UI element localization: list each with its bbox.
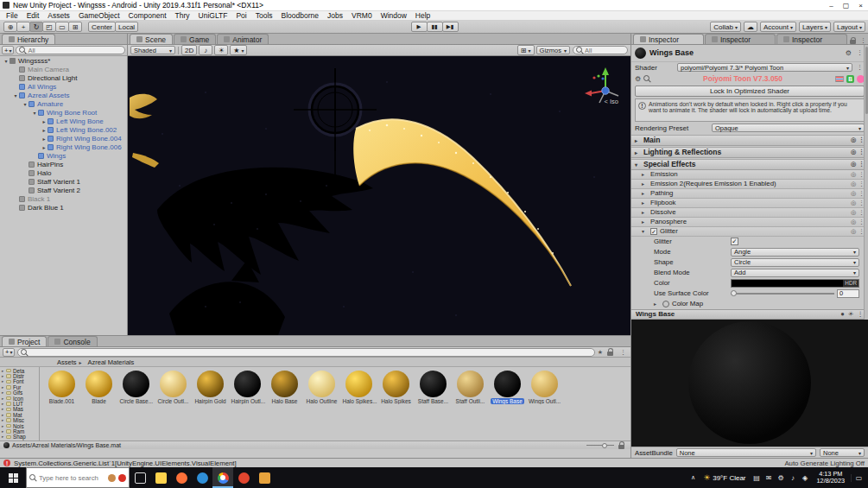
section-checkbox[interactable]: ✓ [650,228,657,235]
console-message[interactable]: System.Collections.Generic.List`1[UnityE… [14,459,781,467]
foldout-arrow-icon[interactable]: ▾ [3,58,10,64]
slider-handle[interactable] [602,443,607,448]
chrome-icon[interactable] [212,467,233,488]
shader-subsection-header[interactable]: ▾ ✓ Glitter ◎⋮ [631,227,868,237]
menu-item[interactable]: VRM0 [347,11,377,20]
hierarchy-item[interactable]: HairPins [0,160,127,168]
asset-item[interactable]: Blade.001 [43,371,80,404]
tab-hierarchy[interactable]: Hierarchy [2,34,55,44]
foldout-arrow-icon[interactable]: ▸ [41,127,48,133]
asset-item[interactable]: Circle Base... [117,371,155,404]
material-sphere-thumbnail[interactable] [234,371,261,397]
menu-item[interactable]: File [2,11,22,20]
menu-item[interactable]: Help [411,11,434,20]
asset-item[interactable]: Hairpin Gold [192,371,229,404]
hierarchy-item[interactable]: Main Camera [0,65,127,73]
search-icon[interactable] [643,75,650,82]
menu-item[interactable]: Component [124,11,171,20]
shader-dropdown[interactable]: poiyomi/Poiyomi 7.3/* Poiyomi Toon▾ [677,63,852,72]
shape-dropdown[interactable]: Circle▾ [731,258,859,267]
layers-button[interactable]: Layers▾ [799,22,831,32]
asset-item[interactable]: Staff Outli... [452,371,489,404]
project-search-input[interactable] [29,348,591,356]
volume-icon[interactable]: ♪ [788,474,799,482]
foldout-arrow-icon[interactable]: ▾ [22,101,29,107]
layout-button[interactable]: Layout▾ [833,22,865,32]
material-sphere-thumbnail[interactable] [345,371,372,397]
hierarchy-item[interactable]: ▾ Wingssss* [0,56,127,65]
cloud-button[interactable]: ☁ [744,22,757,32]
reset-icon[interactable]: ◎ [851,181,856,187]
menu-icon[interactable]: ⋮ [618,349,628,356]
foldout-arrow-icon[interactable]: ▸ [41,118,48,124]
lock-icon[interactable] [618,445,624,449]
gear-icon[interactable]: ⚙ [635,75,641,83]
reset-icon[interactable]: ◎ [851,149,856,155]
b-badge-icon[interactable]: B [846,75,854,83]
reset-icon[interactable]: ◎ [851,228,856,235]
preview-sphere-icon[interactable]: ● [840,310,845,318]
asset-item[interactable]: Wings Outl... [526,371,563,404]
hierarchy-item[interactable]: Dark Blue 1 [0,203,127,212]
glitter-checkbox[interactable]: ✓ [731,238,738,245]
reset-icon[interactable]: ◎ [851,161,856,168]
shading-mode-dropdown[interactable]: Shaded▾ [130,46,175,54]
menu-item[interactable]: Tools [251,11,277,20]
scene-lighting-toggle[interactable]: ☀ [214,45,228,55]
asset-item[interactable]: Hairpin Outl... [229,371,266,404]
asset-item[interactable]: Halo Spikes... [340,371,377,404]
project-search[interactable] [17,348,594,357]
menu-icon[interactable]: ⋮ [858,37,868,44]
menu-item[interactable]: Thry [171,11,194,20]
hierarchy-search-input[interactable] [28,47,122,54]
breadcrumb-current[interactable]: Azreal Materials [88,358,135,366]
hierarchy-item[interactable]: All Wings [0,82,127,91]
view-tab[interactable]: Game [174,34,216,44]
color-swatch[interactable] [732,280,843,287]
asset-item[interactable]: Halo Base [266,371,303,404]
assetbundle-variant-dropdown[interactable]: None▾ [820,448,865,457]
task-view-icon[interactable] [130,467,150,488]
material-sphere-thumbnail[interactable] [123,371,149,397]
hierarchy-item[interactable]: Staff Varient 2 [0,186,127,194]
notification-center-button[interactable]: ▭ [851,474,866,482]
scene-render[interactable] [128,56,630,335]
panel-tab[interactable]: Project [2,336,47,346]
settings-icon[interactable]: ⚙ [776,474,787,482]
transform-tool-icon[interactable]: ⊞ [68,22,82,32]
breadcrumb-root[interactable]: Assets [57,358,77,366]
menu-item[interactable]: Edit [22,11,44,20]
start-button[interactable] [0,467,26,488]
material-sphere-thumbnail[interactable] [308,371,335,397]
reset-icon[interactable]: ◎ [851,171,856,178]
rendering-preset-dropdown[interactable]: Opaque▾ [712,124,865,132]
scrollbar-thumb[interactable] [865,47,868,114]
foldout-arrow-icon[interactable]: ▸ [654,301,660,307]
surface-color-value[interactable]: 0 [837,289,859,298]
assetbundle-dropdown[interactable]: None▾ [676,448,816,457]
menu-icon[interactable]: ⋮ [858,310,865,318]
tab-inspector[interactable]: Inspector [705,34,776,44]
menu-item[interactable]: Window [377,11,411,20]
asset-item[interactable]: Wings Base [489,371,526,404]
shader-section-header[interactable]: ▸ Main ◎⋮ [631,135,868,146]
lock-icon[interactable] [607,352,613,356]
shader-subsection-header[interactable]: ▸ ✓ Emission 2(Requires Emission 1 Enabl… [631,180,868,189]
hierarchy-item[interactable]: ▾ Wing Bone Root [0,108,127,117]
toggle-2d-button[interactable]: 2D [181,45,197,55]
material-sphere-thumbnail[interactable] [86,371,112,397]
reset-icon[interactable]: ◎ [851,190,856,197]
minimize-button[interactable]: – [824,0,839,10]
mode-dropdown[interactable]: Angle▾ [731,248,859,257]
tab-inspector[interactable]: Inspector [776,34,847,44]
scene-effects-dropdown[interactable]: ★▾ [230,45,247,55]
auto-generate-lighting-status[interactable]: Auto Generate Lighting Off [784,459,865,467]
menu-item[interactable]: UniGLTF [194,11,232,20]
hierarchy-search[interactable] [16,46,125,54]
material-sphere-thumbnail[interactable] [48,371,75,397]
menu-item[interactable]: Bloodborne [277,11,323,20]
hierarchy-item[interactable]: ▸ Right Wing Bone.004 [0,134,127,143]
favorite-search-icon[interactable]: ★ [598,349,603,356]
taskbar-search[interactable] [26,467,130,488]
shader-section-header[interactable]: ▾ Special Effects ◎⋮ [631,159,868,170]
